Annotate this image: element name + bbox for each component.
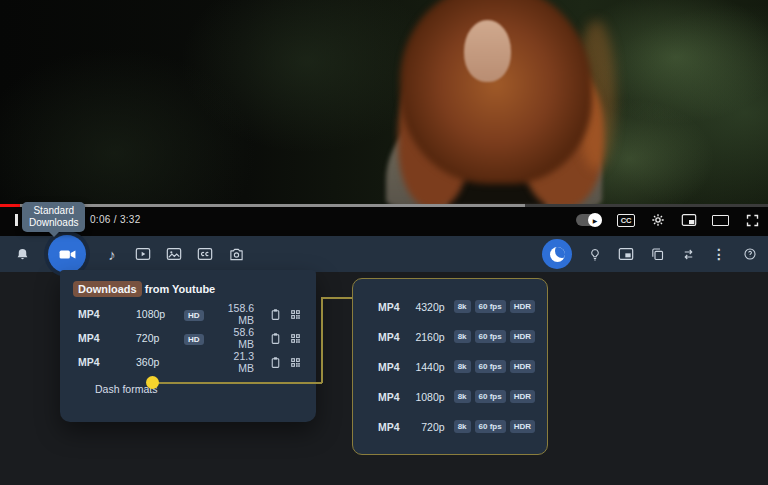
quality-label: 1080p [136,308,184,320]
video-player[interactable] [0,0,768,204]
title-rest: from Youtube [145,283,215,295]
badge-60fps: 60 fps [475,300,506,313]
format-label: MP4 [365,361,412,373]
filesize-label: 158.6 MB [220,302,262,326]
quality-label: 4320p [412,301,445,313]
subtitles-icon[interactable] [197,246,213,262]
dash-row-720p[interactable]: MP4 720p 8k 60 fps HDR [365,420,535,433]
more-menu-icon[interactable]: ⋮ [711,246,727,262]
media-box-icon[interactable] [135,246,151,262]
quality-label: 1080p [412,391,445,403]
format-label: MP4 [78,332,136,344]
repeat-icon[interactable] [680,246,696,262]
hd-badge: HD [184,310,204,321]
image-icon[interactable] [166,246,182,262]
badge-hdr: HDR [510,390,535,403]
format-label: MP4 [78,356,136,368]
qr-code-icon[interactable] [289,332,302,345]
time-display: 0:06 / 3:32 [90,214,141,225]
qr-code-icon[interactable] [289,356,302,369]
lightbulb-icon[interactable] [587,246,603,262]
miniplayer-icon[interactable] [681,212,697,228]
badge-8k: 8k [454,420,471,433]
progress-played [0,204,20,207]
dash-row-1080p[interactable]: MP4 1080p 8k 60 fps HDR [365,390,535,403]
badge-8k: 8k [454,300,471,313]
video-subject-face [464,20,511,82]
music-note-icon[interactable]: ♪ [104,246,120,262]
dash-row-2160p[interactable]: MP4 2160p 8k 60 fps HDR [365,330,535,343]
connector-line [321,297,352,299]
download-row-720p[interactable]: MP4 720p HD 58.6 MB [78,326,302,350]
badge-60fps: 60 fps [475,330,506,343]
qr-code-icon[interactable] [289,308,302,321]
badge-hdr: HDR [510,330,535,343]
standard-downloads-tooltip: Standard Downloads [22,202,85,232]
screenshot-camera-icon[interactable] [228,246,244,262]
video-download-button[interactable] [48,235,86,273]
connector-line [152,382,322,384]
downloads-panel-title: Downloads from Youtube [78,283,302,295]
autoplay-knob: ▶ [588,213,602,227]
format-label: MP4 [365,331,412,343]
clipboard-icon[interactable] [269,308,282,321]
badge-8k: 8k [454,360,471,373]
copy-stack-icon[interactable] [649,246,665,262]
downloads-panel: Downloads from Youtube MP4 1080p HD 158.… [60,270,316,422]
filesize-label: 21.3 MB [220,350,262,374]
dark-mode-button[interactable] [542,239,572,269]
badge-8k: 8k [454,390,471,403]
format-label: MP4 [365,391,412,403]
filesize-label: 58.6 MB [220,326,262,350]
tooltip-line1: Standard [29,205,78,217]
download-row-360p[interactable]: MP4 360p 21.3 MB [78,350,302,374]
dash-row-4320p[interactable]: MP4 4320p 8k 60 fps HDR [365,300,535,313]
captions-icon[interactable]: CC [617,214,635,227]
download-row-1080p[interactable]: MP4 1080p HD 158.6 MB [78,302,302,326]
quality-label: 360p [136,356,184,368]
autoplay-toggle[interactable]: ▶ [576,214,602,226]
badge-60fps: 60 fps [475,420,506,433]
badge-60fps: 60 fps [475,390,506,403]
quality-label: 720p [136,332,184,344]
theater-mode-icon[interactable] [712,215,729,226]
format-label: MP4 [78,308,136,320]
app-window: 0:06 / 3:32 ▶ CC [0,0,768,485]
badge-8k: 8k [454,330,471,343]
format-label: MP4 [365,421,412,433]
badge-hdr: HDR [510,420,535,433]
picture-in-picture-icon[interactable] [618,246,634,262]
title-highlight: Downloads [73,281,142,297]
dash-row-1440p[interactable]: MP4 1440p 8k 60 fps HDR [365,360,535,373]
dash-formats-panel: MP4 4320p 8k 60 fps HDR MP4 2160p 8k 60 … [352,278,548,455]
format-label: MP4 [365,301,412,313]
extension-toolbar: ♪ [0,236,768,272]
badge-hdr: HDR [510,360,535,373]
fullscreen-icon[interactable] [744,212,760,228]
notifications-bell-icon[interactable] [14,246,30,262]
settings-gear-icon[interactable] [650,212,666,228]
player-control-bar: 0:06 / 3:32 ▶ CC [0,204,768,236]
help-icon[interactable] [742,246,758,262]
badge-60fps: 60 fps [475,360,506,373]
camcorder-icon [58,245,77,264]
quality-label: 1440p [412,361,445,373]
quality-label: 720p [412,421,445,433]
tooltip-line2: Downloads [29,217,78,229]
dash-formats-toggle-dot[interactable] [146,376,159,389]
hd-badge: HD [184,334,204,345]
clipboard-icon[interactable] [269,356,282,369]
connector-line [321,297,323,383]
quality-label: 2160p [412,331,445,343]
badge-hdr: HDR [510,300,535,313]
clipboard-icon[interactable] [269,332,282,345]
pause-icon[interactable] [15,214,18,226]
crescent-moon-icon [550,247,565,262]
